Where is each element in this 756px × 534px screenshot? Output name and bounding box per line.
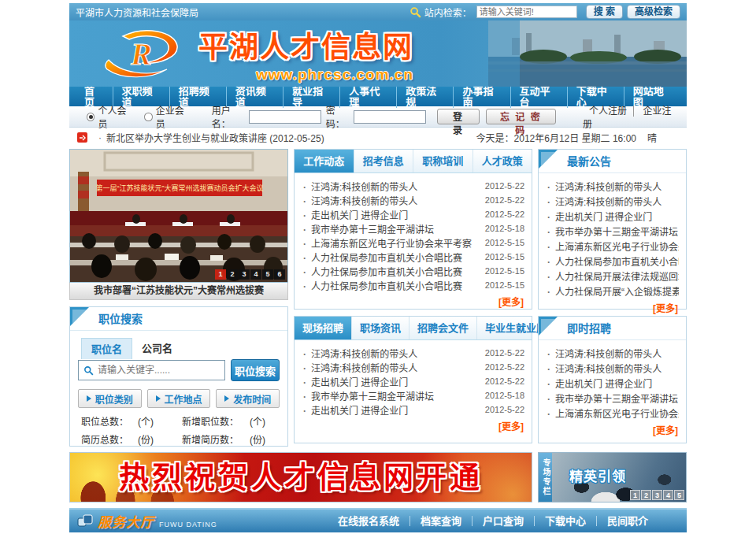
tab-title-training[interactable]: 职称培训 <box>413 150 473 172</box>
recruit-news-more-link[interactable]: [更多] <box>295 418 532 436</box>
weather-label: 晴 <box>647 131 657 144</box>
side-page-3[interactable]: 3 <box>652 490 662 500</box>
instant-job-title[interactable]: 上海浦东新区光电子行业协会来平考 <box>546 406 679 420</box>
nav-item-service-guide[interactable]: 办事指南 <box>454 86 510 108</box>
tab-position-name[interactable]: 职位名 <box>81 338 132 359</box>
tab-exam-info[interactable]: 招考信息 <box>354 150 414 172</box>
company-member-radio[interactable] <box>144 113 152 121</box>
photo-page-1[interactable]: 1 <box>215 269 226 280</box>
photo-caption-link[interactable]: 我市部署“江苏技能状元”大赛常州选拔赛 <box>69 283 288 300</box>
announcement-title[interactable]: 人力社保局开展法律法规巡回培训 <box>546 269 679 283</box>
news-item: 走出机关门 进得企业门2012-5-22 <box>302 402 524 417</box>
announcement-icon <box>77 132 87 143</box>
special-column-strip: 专场专栏 <box>539 453 552 502</box>
tab-onsite-recruit[interactable]: 现场招聘 <box>295 317 352 339</box>
news-title[interactable]: 走出机关门 进得企业门 <box>302 403 482 417</box>
announcement-title[interactable]: 走出机关门 进得企业门 <box>546 210 679 223</box>
news-title[interactable]: 走出机关门 进得企业门 <box>302 208 482 221</box>
login-button[interactable]: 登 录 <box>437 109 479 124</box>
news-title[interactable]: 汪鸿涛:科技创新的带头人 <box>302 180 482 193</box>
link-archive-query[interactable]: 档案查询 <box>410 516 472 526</box>
link-private-agency[interactable]: 民间职介 <box>597 516 658 526</box>
site-title[interactable]: 平湖人才信息网 <box>198 24 413 66</box>
news-title[interactable]: 我市举办第十三期金平湖讲坛 <box>302 389 482 402</box>
filter-location-button[interactable]: 工作地点 <box>147 389 211 408</box>
photo-pagination: 1 2 3 4 5 6 <box>215 269 285 280</box>
instant-jobs-list: 汪鸿涛:科技创新的带头人 汪鸿涛:科技创新的带头人 走出机关门 进得企业门 我市… <box>539 340 686 422</box>
stat-total-resumes-value: (份) <box>138 432 182 446</box>
filter-category-label: 职位类别 <box>95 392 133 406</box>
password-field[interactable] <box>354 110 426 124</box>
elite-banner-photo[interactable]: 精英引领 1 2 3 4 5 <box>552 453 686 502</box>
photo-page-6[interactable]: 6 <box>274 269 285 280</box>
username-field[interactable] <box>249 110 321 124</box>
news-title[interactable]: 走出机关门 进得企业门 <box>302 375 482 388</box>
side-page-5[interactable]: 5 <box>674 490 684 500</box>
nav-item-interaction[interactable]: 互动平台 <box>511 86 568 108</box>
announcement-title[interactable]: 上海浦东新区光电子行业协会来平考 <box>546 239 679 253</box>
ticker-headline[interactable]: 新北区举办大学生创业与就业政策讲座 (2012-05-25) <box>106 131 324 144</box>
announcement-title[interactable]: 汪鸿涛:科技创新的带头人 <box>546 195 679 208</box>
filter-date-button[interactable]: 发布时间 <box>216 389 280 408</box>
work-news-more-link[interactable]: [更多] <box>295 294 532 312</box>
news-title[interactable]: 我市举办第十三期金平湖讲坛 <box>302 222 482 235</box>
tab-talent-policy[interactable]: 人才政策 <box>473 150 532 172</box>
side-page-1[interactable]: 1 <box>630 490 640 500</box>
link-online-registration[interactable]: 在线报名系统 <box>328 516 410 526</box>
site-url[interactable]: www.phrcsc.com.cn <box>198 66 413 83</box>
tab-work-news[interactable]: 工作动态 <box>295 150 354 172</box>
instant-job-item: 汪鸿涛:科技创新的带头人 <box>546 361 679 376</box>
login-bar: 个人会员 企业会员 用户名： 密码： 登 录 忘 记 密 码 个人注册 企业注册 <box>69 106 687 128</box>
news-date: 2012-5-22 <box>485 348 524 358</box>
agency-link[interactable]: 平湖市人力资源和社会保障局 <box>76 6 198 19</box>
company-member-label[interactable]: 企业会员 <box>156 103 191 130</box>
personal-member-label[interactable]: 个人会员 <box>98 103 133 130</box>
link-download-center[interactable]: 下载中心 <box>535 516 597 526</box>
announcement-title[interactable]: 人力社保局参加市直机关小合唱比赛 <box>546 254 679 268</box>
news-title[interactable]: 上海浦东新区光电子行业协会来平考察 <box>302 236 482 250</box>
site-search-button[interactable]: 搜 索 <box>586 5 623 19</box>
announcement-title[interactable]: 人力社保局开展“入企锻炼提素质” <box>546 284 679 298</box>
side-page-4[interactable]: 4 <box>663 490 673 500</box>
photo-page-2[interactable]: 2 <box>227 269 238 280</box>
photo-page-5[interactable]: 5 <box>262 269 273 280</box>
news-photo-slideshow[interactable]: 第一届“江苏技能状元”大赛常州选拔赛动员会扩大会议 <box>69 149 288 283</box>
celebration-banner[interactable]: 热烈祝贺人才信息网开通 <box>69 452 532 502</box>
personal-member-radio[interactable] <box>87 113 94 121</box>
announcement-title[interactable]: 我市举办第十三期金平湖讲坛 <box>546 224 679 238</box>
site-logo-icon[interactable]: R <box>99 28 192 79</box>
job-search-button[interactable]: 职位搜索 <box>231 359 280 381</box>
header-waterfront-photo <box>488 20 687 87</box>
news-title[interactable]: 汪鸿涛:科技创新的带头人 <box>302 347 482 360</box>
tab-jobfair-files[interactable]: 招聘会文件 <box>410 317 477 339</box>
banner-row: 热烈祝贺人才信息网开通 专场专栏 精英引领 1 2 3 4 5 <box>69 452 687 502</box>
news-title[interactable]: 汪鸿涛:科技创新的带头人 <box>302 361 482 374</box>
news-date: 2012-5-18 <box>485 391 524 400</box>
tab-career-info[interactable]: 职场资讯 <box>352 317 410 339</box>
news-title[interactable]: 人力社保局参加市直机关小合唱比赛 <box>302 250 482 264</box>
instant-job-title[interactable]: 汪鸿涛:科技创新的带头人 <box>546 362 679 375</box>
photo-page-4[interactable]: 4 <box>250 269 261 280</box>
instant-job-title[interactable]: 走出机关门 进得企业门 <box>546 376 679 390</box>
news-title[interactable]: 汪鸿涛:科技创新的带头人 <box>302 194 482 207</box>
site-search-input[interactable] <box>476 6 577 18</box>
personal-register-link[interactable]: 个人注册 <box>583 106 634 117</box>
instant-job-title[interactable]: 我市举办第十三期金平湖讲坛 <box>546 391 679 405</box>
news-title[interactable]: 人力社保局参加市直机关小合唱比赛 <box>302 265 482 278</box>
advanced-search-button[interactable]: 高级检索 <box>627 5 680 19</box>
announcement-item: 走出机关门 进得企业门 <box>546 209 679 224</box>
announcement-title[interactable]: 汪鸿涛:科技创新的带头人 <box>546 180 679 193</box>
link-hukou-query[interactable]: 户口查询 <box>472 516 535 526</box>
instant-job-title[interactable]: 汪鸿涛:科技创新的带头人 <box>546 347 679 360</box>
keyword-input[interactable] <box>98 365 220 376</box>
instant-jobs-more-link[interactable]: [更多] <box>539 422 686 440</box>
filter-category-button[interactable]: 职位类别 <box>78 389 142 408</box>
register-links: 个人注册 企业注册 <box>583 103 680 130</box>
tab-company-name[interactable]: 公司名 <box>132 338 182 359</box>
side-page-2[interactable]: 2 <box>641 490 651 500</box>
news-title[interactable]: 人力社保局参加市直机关小合唱比赛 <box>302 279 482 292</box>
nav-item-policy[interactable]: 政策法规 <box>397 86 454 108</box>
forgot-password-button[interactable]: 忘 记 密 码 <box>486 109 556 124</box>
photo-page-3[interactable]: 3 <box>239 269 250 280</box>
site-search-label: 站内检索： <box>424 6 472 19</box>
